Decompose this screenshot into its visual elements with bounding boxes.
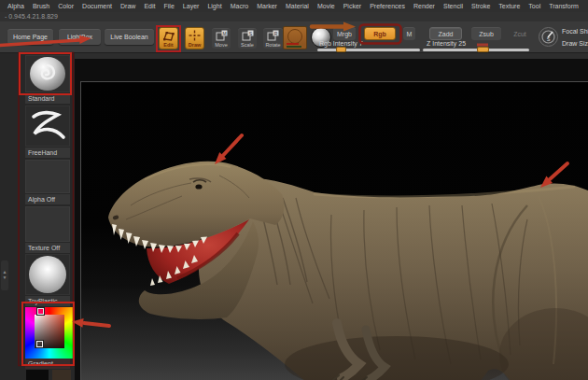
- menu-light[interactable]: Light: [207, 3, 221, 9]
- current-brush-label[interactable]: Standard: [25, 93, 70, 104]
- draw-size-icon[interactable]: S: [539, 27, 558, 47]
- menu-tool[interactable]: Tool: [528, 3, 540, 9]
- lightbox-button[interactable]: LightBox: [59, 29, 101, 45]
- home-page-button[interactable]: Home Page: [7, 29, 53, 45]
- rgb-intensity-value: 7: [359, 40, 363, 47]
- standard-brush-sphere-icon: [30, 57, 65, 91]
- color-picker-marker-top[interactable]: [37, 308, 44, 315]
- zcut-button[interactable]: Zcut: [509, 27, 531, 40]
- menu-movie[interactable]: Movie: [317, 3, 335, 9]
- rotate-button-label: Rotate: [265, 43, 280, 48]
- material-thumbnail-icon[interactable]: [283, 26, 307, 49]
- menu-stroke[interactable]: Stroke: [471, 3, 490, 9]
- menu-edit[interactable]: Edit: [144, 3, 155, 9]
- current-texture-label[interactable]: Texture Off: [25, 243, 70, 253]
- current-material-label[interactable]: ToyPlastic: [25, 296, 70, 306]
- rgb-intensity-label: Rgb Intensity 7: [319, 40, 363, 47]
- svg-text:S: S: [547, 36, 551, 42]
- swatch-black[interactable]: [26, 370, 49, 380]
- crosshair-icon: [188, 30, 202, 41]
- menu-picker[interactable]: Picker: [343, 3, 361, 9]
- focal-shift-label[interactable]: Focal Shift: [562, 28, 588, 35]
- tray-collapse-handle[interactable]: ▲▼: [1, 260, 8, 290]
- live-boolean-button[interactable]: Live Boolean: [105, 29, 154, 45]
- z-intensity-label: Z Intensity 25: [427, 40, 466, 47]
- move-button-label: Move: [215, 43, 227, 48]
- rgb-intensity-slider-handle[interactable]: [336, 47, 346, 52]
- move-icon: M: [216, 30, 228, 41]
- move-button[interactable]: M Move: [212, 28, 231, 49]
- menu-preferences[interactable]: Preferences: [370, 3, 405, 9]
- rotate-icon: R: [267, 30, 279, 41]
- menu-bar: Alpha Brush Color Document Draw Edit Fil…: [0, 0, 588, 12]
- menu-alpha[interactable]: Alpha: [7, 3, 24, 9]
- m-button[interactable]: M: [403, 27, 415, 40]
- svg-text:R: R: [274, 31, 278, 36]
- top-shelf-toolbar: Home Page LightBox Live Boolean Edit: [0, 21, 588, 53]
- scale-button-label: Scale: [241, 43, 254, 48]
- color-picker[interactable]: [25, 307, 74, 359]
- menu-texture[interactable]: Texture: [498, 3, 520, 9]
- edit-button[interactable]: Edit: [159, 27, 178, 49]
- current-material-button[interactable]: [25, 254, 70, 295]
- z-intensity-slider[interactable]: [423, 49, 529, 51]
- scale-button[interactable]: S Scale: [238, 28, 257, 49]
- transform-gizmo-icon: [161, 30, 175, 41]
- current-brush-button[interactable]: [25, 55, 70, 92]
- rotate-button[interactable]: R Rotate: [263, 28, 283, 49]
- draw-button-label: Draw: [189, 43, 201, 48]
- scale-icon: S: [242, 30, 254, 41]
- menu-color[interactable]: Color: [58, 3, 74, 9]
- menu-render[interactable]: Render: [413, 3, 435, 9]
- menu-macro[interactable]: Macro: [231, 3, 248, 9]
- edit-button-label: Edit: [163, 43, 173, 48]
- swatch-brown[interactable]: [52, 370, 71, 380]
- document-viewport[interactable]: [80, 81, 588, 380]
- menu-layer[interactable]: Layer: [183, 3, 200, 9]
- gradient-label[interactable]: Gradient: [25, 359, 70, 369]
- mrgb-button[interactable]: Mrgb: [333, 27, 356, 40]
- canvas-top-strip: [75, 53, 588, 59]
- toyplastic-sphere-icon: [29, 256, 66, 293]
- freehand-stroke-icon: [27, 108, 68, 144]
- menu-file[interactable]: File: [164, 3, 175, 9]
- pen-circle-glyph: S: [539, 28, 557, 46]
- rgb-intensity-slider[interactable]: [317, 49, 420, 51]
- color-picker-marker-bottom[interactable]: [36, 341, 43, 347]
- menu-marker[interactable]: Marker: [257, 3, 277, 9]
- menu-document[interactable]: Document: [82, 3, 112, 9]
- current-texture-button[interactable]: [25, 206, 70, 242]
- current-alpha-button[interactable]: [25, 160, 70, 193]
- left-tray: Standard FreeHand Alpha Off Texture Off …: [0, 53, 75, 380]
- draw-size-label[interactable]: Draw Size: [562, 40, 588, 47]
- menu-brush[interactable]: Brush: [33, 3, 49, 9]
- z-intensity-value: 25: [458, 40, 466, 47]
- zsub-button[interactable]: Zsub: [471, 27, 501, 40]
- canvas-area[interactable]: [75, 53, 588, 380]
- trex-model[interactable]: [89, 131, 588, 380]
- document-info-text: - 0.945.4.21.8.829: [0, 12, 588, 21]
- current-stroke-button[interactable]: [25, 106, 70, 147]
- zbrush-window: Alpha Brush Color Document Draw Edit Fil…: [0, 0, 588, 380]
- menu-stencil[interactable]: Stencil: [443, 3, 463, 9]
- zadd-button[interactable]: Zadd: [429, 27, 462, 40]
- menu-material[interactable]: Material: [286, 3, 309, 9]
- z-intensity-slider-handle[interactable]: [477, 47, 489, 52]
- draw-button[interactable]: Draw: [185, 27, 204, 49]
- current-alpha-label[interactable]: Alpha Off: [25, 194, 70, 204]
- svg-text:M: M: [222, 31, 226, 36]
- menu-draw[interactable]: Draw: [120, 3, 135, 9]
- rgb-button[interactable]: Rgb: [364, 27, 396, 40]
- trex-eye: [195, 184, 202, 189]
- current-stroke-label[interactable]: FreeHand: [25, 148, 70, 158]
- menu-transform[interactable]: Transform: [549, 3, 579, 9]
- material-green-bar: [287, 46, 301, 49]
- brush-swirl-glyph: [30, 57, 65, 91]
